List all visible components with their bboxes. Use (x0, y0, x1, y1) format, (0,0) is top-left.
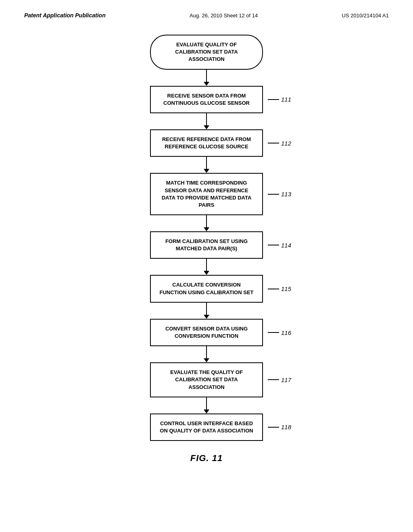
arrow-line (206, 303, 207, 315)
step-114-label: 114 (268, 242, 291, 249)
diagram-area: EVALUATE QUALITY OF CALIBRATION SET DATA… (0, 23, 413, 472)
step-113-box: MATCH TIME CORRESPONDING SENSOR DATA AND… (150, 173, 263, 215)
arrow-head (204, 82, 209, 86)
step-114-text: FORM CALIBRATION SET USING MATCHED DATA … (165, 238, 248, 251)
tick-117 (268, 379, 279, 380)
step-116-label: 116 (268, 329, 291, 336)
arrow-line (206, 113, 207, 125)
flow-row-113: MATCH TIME CORRESPONDING SENSOR DATA AND… (106, 173, 307, 215)
step-113-label: 113 (268, 191, 291, 197)
step-116-box: CONVERT SENSOR DATA USING CONVERSION FUN… (150, 319, 263, 346)
step-114-id: 114 (281, 242, 291, 249)
tick-112 (268, 143, 279, 143)
arrow-3 (204, 215, 209, 231)
step-116-id: 116 (281, 329, 291, 336)
tick-116 (268, 332, 279, 333)
tick-111 (268, 99, 279, 100)
arrow-head (204, 271, 209, 275)
arrow-1 (204, 113, 209, 129)
step-111-text: RECEIVE SENSOR DATA FROM CONTINUOUS GLUC… (163, 93, 250, 106)
step-117-text: EVALUATE THE QUALITY OF CALIBRATION SET … (170, 369, 243, 390)
arrow-line (206, 346, 207, 358)
tick-114 (268, 245, 279, 245)
top-rounded-box: EVALUATE QUALITY OF CALIBRATION SET DATA… (150, 35, 263, 70)
step-118-text: CONTROL USER INTERFACE BASED ON QUALITY … (160, 420, 253, 434)
arrow-line (206, 157, 207, 169)
step-117-id: 117 (281, 376, 291, 383)
tick-115 (268, 289, 279, 289)
step-117-label: 117 (268, 376, 291, 383)
arrow-2 (204, 157, 209, 173)
page: Patent Application Publication Aug. 26, … (0, 0, 413, 532)
page-header: Patent Application Publication Aug. 26, … (0, 0, 413, 23)
flow-row-115: CALCULATE CONVERSION FUNCTION USING CALI… (106, 275, 307, 302)
arrow-head (204, 358, 209, 362)
step-112-text: RECEIVE REFERENCE DATA FROM REFERENCE GL… (162, 136, 251, 150)
step-118-id: 118 (281, 424, 291, 430)
publication-date: Aug. 26, 2010 Sheet 12 of 14 (190, 12, 258, 19)
publication-label: Patent Application Publication (24, 12, 106, 19)
arrow-6 (204, 346, 209, 362)
step-113-text: MATCH TIME CORRESPONDING SENSOR DATA AND… (162, 180, 252, 208)
tick-118 (268, 427, 279, 428)
step-114-box: FORM CALIBRATION SET USING MATCHED DATA … (150, 231, 263, 259)
flow-row-116: CONVERT SENSOR DATA USING CONVERSION FUN… (106, 319, 307, 346)
step-111-id: 111 (281, 96, 291, 103)
patent-number: US 2010/214104 A1 (342, 12, 389, 19)
arrow-head (204, 169, 209, 173)
step-112-box: RECEIVE REFERENCE DATA FROM REFERENCE GL… (150, 129, 263, 157)
arrow-4 (204, 259, 209, 275)
step-111-box: RECEIVE SENSOR DATA FROM CONTINUOUS GLUC… (150, 86, 263, 113)
flow-row-114: FORM CALIBRATION SET USING MATCHED DATA … (106, 231, 307, 259)
flow-row-118: CONTROL USER INTERFACE BASED ON QUALITY … (106, 414, 307, 441)
step-113-id: 113 (281, 191, 291, 197)
step-112-id: 112 (281, 140, 291, 147)
arrow-line (206, 70, 207, 82)
tick-113 (268, 194, 279, 195)
flow-row-111: RECEIVE SENSOR DATA FROM CONTINUOUS GLUC… (106, 86, 307, 113)
flow-row-112: RECEIVE REFERENCE DATA FROM REFERENCE GL… (106, 129, 307, 157)
step-116-text: CONVERT SENSOR DATA USING CONVERSION FUN… (165, 326, 248, 339)
arrow-line (206, 215, 207, 227)
step-115-label: 115 (268, 285, 291, 292)
step-118-label: 118 (268, 424, 291, 430)
step-118-box: CONTROL USER INTERFACE BASED ON QUALITY … (150, 414, 263, 441)
step-115-box: CALCULATE CONVERSION FUNCTION USING CALI… (150, 275, 263, 302)
step-112-label: 112 (268, 140, 291, 147)
step-115-text: CALCULATE CONVERSION FUNCTION USING CALI… (159, 282, 253, 295)
arrow-line (206, 397, 207, 409)
flow-row-117: EVALUATE THE QUALITY OF CALIBRATION SET … (106, 362, 307, 397)
arrow-head (204, 315, 209, 319)
figure-caption: FIG. 11 (190, 453, 223, 463)
arrow-7 (204, 397, 209, 414)
step-117-box: EVALUATE THE QUALITY OF CALIBRATION SET … (150, 362, 263, 397)
arrow-0 (204, 70, 209, 86)
arrow-line (206, 259, 207, 271)
arrow-head (204, 409, 209, 414)
arrow-head (204, 125, 209, 129)
step-115-id: 115 (281, 285, 291, 292)
arrow-head (204, 227, 209, 231)
step-111-label: 111 (268, 96, 291, 103)
arrow-5 (204, 303, 209, 319)
